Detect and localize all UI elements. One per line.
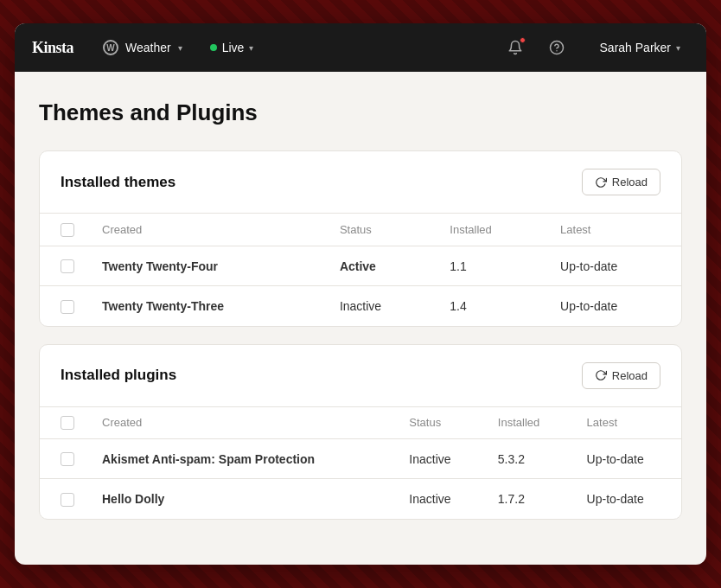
plugins-card: Installed plugins Reload Created	[39, 344, 682, 520]
site-name: Weather	[125, 41, 171, 54]
plugins-table: Created Status Installed Latest Akismet …	[40, 406, 681, 519]
user-menu[interactable]: Sarah Parker ▾	[591, 35, 689, 60]
themes-col-latest: Latest	[546, 214, 681, 246]
reload-icon	[595, 176, 607, 189]
site-selector[interactable]: W Weather ▾	[94, 35, 191, 61]
theme-latest-version: Up-to-date	[546, 246, 681, 285]
notifications-button[interactable]	[501, 34, 529, 61]
table-row: Twenty Twenty-Four Active 1.1 Up-to-date	[40, 246, 681, 285]
header-icons-group: Sarah Parker ▾	[501, 34, 689, 61]
live-status-dot	[210, 44, 217, 51]
themes-section-title: Installed themes	[61, 174, 175, 191]
plugin-latest-version: Up-to-date	[573, 479, 681, 519]
theme-row-checkbox[interactable]	[61, 300, 74, 314]
help-button[interactable]	[543, 34, 571, 61]
themes-card-header: Installed themes Reload	[40, 151, 681, 213]
theme-installed-version: 1.4	[436, 286, 546, 326]
plugins-card-header: Installed plugins Reload	[40, 345, 681, 406]
theme-latest-version: Up-to-date	[546, 286, 681, 326]
reload-icon	[595, 369, 607, 381]
environment-selector[interactable]: Live ▾	[201, 35, 263, 60]
plugin-installed-version: 5.3.2	[484, 439, 573, 479]
plugin-status: Inactive	[395, 439, 484, 479]
theme-installed-version: 1.1	[436, 246, 546, 285]
plugin-name: Hello Dolly	[88, 479, 395, 519]
plugin-row-checkbox[interactable]	[61, 452, 74, 466]
table-row: Twenty Twenty-Three Inactive 1.4 Up-to-d…	[40, 286, 681, 326]
themes-select-all-checkbox[interactable]	[61, 223, 74, 237]
themes-card: Installed themes Reload Created	[39, 150, 682, 326]
notification-dot	[520, 37, 526, 43]
plugins-table-header-row: Created Status Installed Latest	[40, 406, 681, 439]
themes-reload-button[interactable]: Reload	[582, 169, 660, 195]
user-name: Sarah Parker	[600, 41, 671, 54]
main-content: Themes and Plugins Installed themes Relo…	[15, 72, 706, 564]
plugin-latest-version: Up-to-date	[573, 439, 681, 479]
plugins-select-all-checkbox[interactable]	[61, 416, 74, 430]
page-title: Themes and Plugins	[39, 99, 682, 126]
environment-label: Live	[222, 41, 245, 54]
theme-row-checkbox[interactable]	[61, 259, 74, 273]
theme-name: Twenty Twenty-Three	[88, 286, 326, 326]
top-nav: Kinsta W Weather ▾ Live ▾	[15, 23, 706, 72]
main-window: Kinsta W Weather ▾ Live ▾	[15, 23, 706, 564]
themes-table: Created Status Installed Latest Twenty T…	[40, 213, 681, 325]
theme-status: Active	[326, 246, 436, 285]
plugin-status: Inactive	[395, 479, 484, 519]
themes-col-checkbox	[40, 214, 88, 246]
table-row: Hello Dolly Inactive 1.7.2 Up-to-date	[40, 479, 681, 519]
theme-status: Inactive	[326, 286, 436, 326]
site-chevron-icon: ▾	[178, 43, 182, 53]
theme-name: Twenty Twenty-Four	[88, 246, 326, 285]
user-chevron-icon: ▾	[676, 43, 680, 53]
plugins-col-checkbox	[40, 406, 88, 439]
kinsta-logo: Kinsta	[32, 39, 73, 57]
plugins-reload-button[interactable]: Reload	[582, 362, 660, 389]
environment-chevron-icon: ▾	[249, 43, 253, 53]
themes-col-installed: Installed	[436, 214, 546, 246]
themes-table-header-row: Created Status Installed Latest	[40, 214, 681, 246]
plugins-section-title: Installed plugins	[61, 367, 176, 384]
plugins-col-created: Created	[88, 406, 395, 439]
plugin-row-checkbox[interactable]	[61, 493, 74, 507]
plugins-col-latest: Latest	[573, 406, 681, 439]
themes-col-created: Created	[88, 214, 326, 246]
wordpress-icon: W	[103, 40, 118, 55]
table-row: Akismet Anti-spam: Spam Protection Inact…	[40, 439, 681, 479]
plugins-col-status: Status	[395, 406, 484, 439]
themes-col-status: Status	[326, 214, 436, 246]
plugin-name: Akismet Anti-spam: Spam Protection	[88, 439, 395, 479]
plugin-installed-version: 1.7.2	[484, 479, 573, 519]
plugins-col-installed: Installed	[484, 406, 573, 439]
